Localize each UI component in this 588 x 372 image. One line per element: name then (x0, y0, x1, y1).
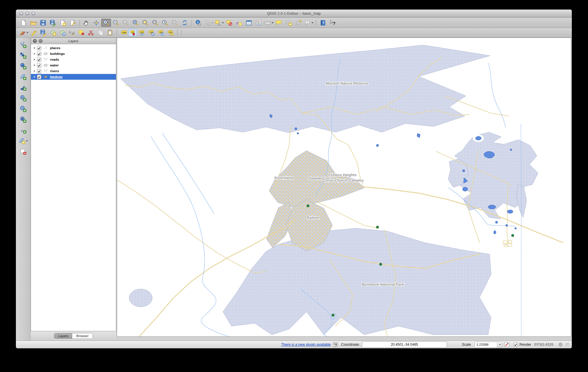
plugin-icon[interactable] (333, 342, 338, 347)
expand-arrow-icon[interactable] (34, 64, 35, 66)
layer-checkbox[interactable] (37, 63, 41, 68)
layer-checkbox[interactable] (37, 57, 41, 62)
current-edits-button[interactable] (19, 29, 29, 36)
add-wms-layer-button[interactable] (17, 94, 29, 103)
expand-arrow-icon[interactable] (34, 70, 35, 72)
new-shapefile-layer-button[interactable] (17, 137, 29, 145)
scale-dropdown-icon[interactable] (497, 342, 502, 347)
add-wfs-layer-button[interactable] (17, 115, 29, 124)
add-delimited-text-layer-button[interactable]: , (17, 126, 29, 135)
paste-features-button[interactable] (105, 29, 115, 36)
save-layer-edits-button[interactable] (38, 29, 48, 36)
new-project-button[interactable] (19, 19, 28, 27)
delete-selected-button[interactable] (77, 29, 86, 36)
deselect-features-button[interactable] (224, 19, 234, 27)
new-plugin-link[interactable]: There is a new plugin available (281, 343, 331, 347)
add-postgis-layer-button[interactable] (17, 62, 29, 70)
resize-grip[interactable] (565, 343, 569, 347)
coordinate-input[interactable] (362, 341, 447, 348)
expand-arrow-icon[interactable] (34, 53, 35, 55)
zoom-full-button[interactable] (131, 19, 140, 27)
copy-features-button[interactable] (96, 29, 105, 36)
layer-row-water[interactable]: water (31, 62, 116, 68)
add-spatialite-layer-button[interactable] (17, 72, 29, 81)
panel-float-icon[interactable] (39, 39, 42, 43)
open-attribute-table-button[interactable] (244, 19, 254, 27)
zoom-to-selection-button[interactable] (140, 19, 150, 27)
show-hide-labels-button[interactable]: abc (137, 29, 147, 36)
run-feature-action-button[interactable] (204, 19, 214, 27)
layer-checkbox[interactable] (37, 75, 41, 79)
dropdown-arrow-icon[interactable] (312, 22, 313, 23)
change-label-properties-button[interactable]: abc (166, 29, 175, 36)
add-raster-layer-button[interactable] (17, 51, 29, 60)
scale-combobox[interactable]: 1:22088 (474, 342, 502, 348)
minimize-button[interactable] (25, 12, 29, 15)
whats-this-button[interactable]: ? (328, 19, 338, 27)
identify-features-button[interactable]: i (194, 19, 204, 27)
field-calculator-button[interactable] (254, 19, 264, 27)
layer-checkbox[interactable] (37, 52, 41, 56)
remove-layer-group-button[interactable] (17, 147, 29, 156)
select-features-button[interactable] (214, 19, 224, 27)
expand-arrow-icon[interactable] (34, 47, 35, 49)
open-project-button[interactable] (28, 19, 38, 27)
panel-tab-browser[interactable]: Browser (72, 333, 93, 338)
panel-tab-layers[interactable]: Layers (54, 333, 73, 338)
add-feature-button[interactable] (48, 29, 58, 36)
rotate-label-button[interactable]: abc (156, 29, 166, 36)
map-canvas[interactable]: Marloth Nature ReserveKoornlandSwellenda… (117, 38, 571, 337)
layer-checkbox[interactable] (37, 46, 41, 50)
new-bookmark-button[interactable] (284, 19, 294, 27)
close-button[interactable] (19, 12, 23, 15)
zoom-next-button[interactable] (170, 19, 180, 27)
add-mssql-layer-button[interactable] (17, 83, 29, 92)
zoom-last-button[interactable] (160, 19, 170, 27)
add-wcs-layer-button[interactable] (17, 105, 29, 113)
dropdown-arrow-icon[interactable] (222, 22, 224, 23)
help-contents-button[interactable]: ? (318, 19, 328, 27)
text-annotation-button[interactable]: T (304, 19, 314, 27)
zoom-window-button[interactable] (32, 12, 35, 15)
render-checkbox[interactable] (514, 343, 518, 347)
toggle-editing-button[interactable] (29, 29, 38, 36)
measure-line-button[interactable] (264, 19, 274, 27)
dropdown-arrow-icon[interactable] (26, 140, 28, 142)
zoom-in-button[interactable] (101, 19, 111, 27)
zoom-actual-size-button[interactable]: 1:1 (121, 19, 131, 27)
crs-globe-icon[interactable] (558, 342, 563, 347)
show-bookmarks-button[interactable] (294, 19, 304, 27)
move-label-button[interactable]: abc (147, 29, 156, 36)
dropdown-arrow-icon[interactable] (212, 22, 213, 23)
move-feature-button[interactable] (58, 29, 67, 36)
save-project-button[interactable] (38, 19, 48, 27)
zoom-to-layer-button[interactable] (150, 19, 160, 27)
map-tips-button[interactable] (274, 19, 284, 27)
layer-checkbox[interactable] (37, 69, 41, 73)
render-toggle[interactable]: Render (514, 343, 531, 347)
new-print-composer-button[interactable] (58, 19, 68, 27)
pan-map-button[interactable] (82, 19, 91, 27)
save-project-as-button[interactable] (48, 19, 58, 27)
layer-row-buildings[interactable]: buildings (31, 51, 116, 57)
layer-row-landuse[interactable]: landuse (31, 74, 116, 80)
layer-row-rivers[interactable]: rivers (31, 68, 116, 74)
pan-to-selection-button[interactable] (91, 19, 101, 27)
add-vector-layer-button[interactable] (17, 40, 29, 49)
layer-row-places[interactable]: places (31, 45, 116, 51)
zoom-out-button[interactable] (111, 19, 121, 27)
expand-arrow-icon[interactable] (34, 58, 35, 61)
stop-render-icon[interactable] (504, 342, 509, 347)
node-tool-button[interactable] (67, 29, 77, 36)
expand-arrow-icon[interactable] (34, 76, 35, 78)
layer-row-roads[interactable]: roads (31, 57, 116, 62)
dropdown-arrow-icon[interactable] (272, 22, 273, 23)
dropdown-arrow-icon[interactable] (27, 32, 28, 33)
pin-unpin-labels-button[interactable]: ab (128, 29, 137, 36)
refresh-map-button[interactable] (180, 19, 190, 27)
select-by-expression-button[interactable]: ε (234, 19, 244, 27)
composer-manager-button[interactable] (68, 19, 77, 27)
panel-close-icon[interactable]: ✕ (33, 39, 37, 43)
labeling-options-button[interactable]: abc (119, 29, 128, 36)
cut-features-button[interactable] (86, 29, 96, 36)
